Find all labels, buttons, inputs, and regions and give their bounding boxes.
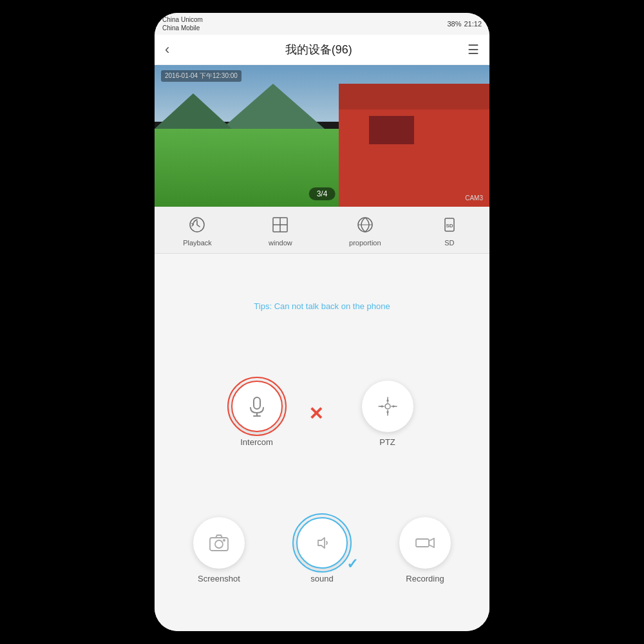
- camera-feed: 2016-01-04 下午12:30:00 3/4 CAM3: [155, 65, 489, 207]
- mountain2: [155, 93, 232, 129]
- ptz-button[interactable]: [362, 381, 413, 432]
- phone-frame: China Unicom China Mobile 38% 21:12 ‹ 我的…: [155, 13, 489, 631]
- svg-rect-19: [416, 539, 429, 547]
- back-button[interactable]: ‹: [165, 41, 169, 58]
- main-controls-row: Intercom ✕: [161, 381, 483, 447]
- cam-counter: 3/4: [309, 187, 336, 200]
- proportion-label: proportion: [349, 239, 381, 247]
- svg-rect-8: [254, 397, 260, 409]
- camera-scene: 2016-01-04 下午12:30:00 3/4 CAM3: [155, 65, 489, 207]
- intercom-label: Intercom: [240, 437, 273, 447]
- svg-text:SD: SD: [446, 223, 453, 229]
- screenshot-button[interactable]: [193, 517, 245, 569]
- building-roof: [339, 84, 489, 109]
- svg-point-18: [223, 539, 225, 542]
- svg-point-17: [215, 540, 223, 548]
- sound-checkmark: ✓: [346, 556, 358, 573]
- x-mark: ✕: [308, 403, 323, 424]
- tips-text: Tips: Can not talk back on the phone: [254, 301, 390, 311]
- sound-button[interactable]: ✓: [296, 517, 348, 569]
- toolbar-window[interactable]: window: [269, 213, 292, 247]
- sound-label: sound: [310, 574, 333, 583]
- sd-label: SD: [444, 239, 454, 247]
- content-area: Tips: Can not talk back on the phone Int…: [155, 254, 489, 631]
- intercom-button[interactable]: [231, 381, 283, 432]
- red-building: [339, 93, 489, 207]
- toolbar-sd[interactable]: SD SD: [438, 213, 461, 247]
- window-label: window: [269, 239, 292, 247]
- screenshot-control: Screenshot: [193, 517, 245, 583]
- ptz-control: PTZ: [362, 381, 413, 447]
- recording-button[interactable]: [399, 517, 451, 569]
- bottom-controls: Screenshot ✓ sound: [161, 517, 483, 583]
- status-right: 38% 21:12: [447, 20, 482, 28]
- status-bar: China Unicom China Mobile 38% 21:12: [155, 13, 489, 35]
- cam-label: CAM3: [465, 194, 483, 202]
- sound-control: ✓ sound: [296, 517, 348, 583]
- carrier-info: China Unicom China Mobile: [162, 15, 203, 32]
- sd-icon: SD: [438, 213, 461, 236]
- header: ‹ 我的设备(96) ☰: [155, 35, 489, 65]
- playback-label: Playback: [183, 239, 212, 247]
- playback-icon: [185, 213, 209, 236]
- carrier1-label: China Unicom: [162, 15, 203, 24]
- screenshot-label: Screenshot: [198, 574, 240, 583]
- building-window: [369, 116, 414, 144]
- svg-point-11: [385, 404, 390, 409]
- battery-label: 38%: [447, 20, 461, 28]
- recording-label: Recording: [406, 574, 444, 583]
- proportion-icon: [354, 213, 377, 236]
- ptz-label: PTZ: [379, 437, 395, 447]
- toolbar: Playback window proportion: [155, 207, 489, 254]
- toolbar-playback[interactable]: Playback: [183, 213, 212, 247]
- carrier2-label: China Mobile: [162, 24, 203, 32]
- menu-button[interactable]: ☰: [468, 42, 479, 57]
- intercom-control: Intercom: [231, 381, 283, 447]
- time-label: 21:12: [464, 20, 482, 28]
- page-title: 我的设备(96): [285, 42, 352, 57]
- window-icon: [269, 213, 292, 236]
- mountain1: [222, 84, 325, 129]
- cam-timestamp: 2016-01-04 下午12:30:00: [161, 70, 242, 82]
- svg-rect-16: [210, 538, 228, 551]
- recording-control: Recording: [399, 517, 451, 583]
- toolbar-proportion[interactable]: proportion: [349, 213, 381, 247]
